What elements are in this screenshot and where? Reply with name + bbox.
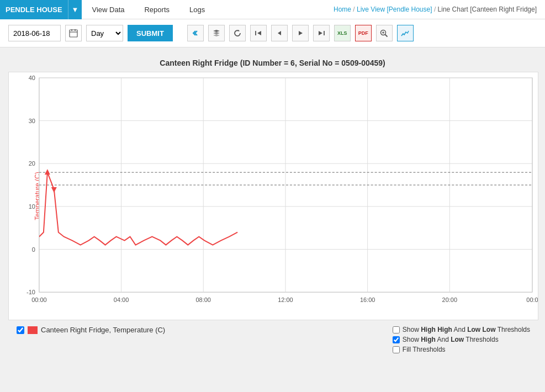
date-input[interactable] xyxy=(8,25,61,41)
last-button[interactable] xyxy=(313,25,330,41)
calendar-button[interactable] xyxy=(65,25,82,41)
play-button[interactable] xyxy=(292,25,309,41)
main-content: Canteen Right Fridge (ID Number = 6, Ser… xyxy=(0,47,545,362)
submit-button[interactable]: SUBMIT xyxy=(128,25,173,41)
high-high-label: Show High High And Low Low Thresholds xyxy=(403,326,530,333)
svg-text:0: 0 xyxy=(32,246,35,253)
svg-text:30: 30 xyxy=(29,118,35,124)
nav-logs[interactable]: Logs xyxy=(179,0,215,19)
svg-text:20:00: 20:00 xyxy=(442,296,457,303)
chart-svg: 40 30 20 10 0 -10 00:00 04:00 08:00 12:0… xyxy=(9,72,538,320)
period-select[interactable]: Day Hour Week Month Year xyxy=(86,25,123,41)
legend-color-indicator xyxy=(28,326,38,334)
chart-type-button[interactable] xyxy=(397,25,414,41)
svg-text:00:0: 00:0 xyxy=(526,296,538,303)
chart-type-icon xyxy=(401,30,409,37)
breadcrumb-live-view[interactable]: Live View [Pendle House] xyxy=(357,6,432,13)
site-dropdown-arrow[interactable]: ▼ xyxy=(68,0,82,19)
top-nav: PENDLE HOUSE ▼ View Data Reports Logs Ho… xyxy=(0,0,545,19)
fill-thresholds-label: Fill Thresholds xyxy=(403,346,446,353)
refresh-button[interactable] xyxy=(229,25,246,41)
back-arrow-button[interactable] xyxy=(187,25,204,41)
svg-text:40: 40 xyxy=(29,75,35,81)
fill-thresholds-checkbox[interactable] xyxy=(393,346,400,353)
high-low-checkbox[interactable] xyxy=(393,336,400,343)
legend-item-1: Show High High And Low Low Thresholds xyxy=(393,326,530,333)
legend-item-3: Fill Thresholds xyxy=(393,346,530,353)
svg-text:04:00: 04:00 xyxy=(114,296,129,303)
chart-container: Temperature (C) xyxy=(8,72,538,320)
back-arrow-icon xyxy=(192,29,199,37)
legend-right: Show High High And Low Low Thresholds Sh… xyxy=(393,326,530,353)
legend: Canteen Right Fridge, Temperature (C) Sh… xyxy=(8,320,538,356)
nav-view-data[interactable]: View Data xyxy=(82,0,134,19)
toolbar: Day Hour Week Month Year SUBMIT xyxy=(0,19,545,47)
breadcrumb-sep1: / xyxy=(353,6,357,13)
prev-button[interactable] xyxy=(271,25,288,41)
first-icon xyxy=(255,29,262,37)
svg-text:16:00: 16:00 xyxy=(360,296,375,303)
breadcrumb: Home / Live View [Pendle House] / Line C… xyxy=(334,6,545,13)
layers-icon xyxy=(212,29,221,37)
svg-text:-10: -10 xyxy=(27,289,35,295)
legend-item-2: Show High And Low Thresholds xyxy=(393,336,530,343)
svg-text:20: 20 xyxy=(29,160,35,167)
zoom-icon xyxy=(380,29,388,38)
chart-title: Canteen Right Fridge (ID Number = 6, Ser… xyxy=(8,59,537,67)
breadcrumb-home[interactable]: Home xyxy=(334,6,351,13)
refresh-icon xyxy=(234,29,241,37)
excel-button[interactable]: XLS xyxy=(334,25,351,41)
last-icon xyxy=(318,29,325,37)
svg-text:10: 10 xyxy=(29,203,35,210)
breadcrumb-chart: Line Chart [Canteen Right Fridge] xyxy=(438,6,537,13)
first-button[interactable] xyxy=(250,25,267,41)
svg-text:12:00: 12:00 xyxy=(278,296,293,303)
site-name-button[interactable]: PENDLE HOUSE xyxy=(0,0,68,19)
zoom-button[interactable] xyxy=(376,25,393,41)
calendar-icon xyxy=(69,29,78,38)
svg-line-7 xyxy=(385,34,388,36)
nav-reports[interactable]: Reports xyxy=(134,0,179,19)
prev-icon xyxy=(276,29,283,37)
series-label: Canteen Right Fridge, Temperature (C) xyxy=(41,326,165,334)
svg-text:08:00: 08:00 xyxy=(196,296,211,303)
legend-left: Canteen Right Fridge, Temperature (C) xyxy=(17,326,165,334)
breadcrumb-sep2: / xyxy=(434,6,438,13)
play-icon xyxy=(297,29,304,37)
svg-text:00:00: 00:00 xyxy=(31,296,46,303)
high-low-label: Show High And Low Thresholds xyxy=(403,336,499,343)
series-checkbox[interactable] xyxy=(17,326,24,334)
high-high-checkbox[interactable] xyxy=(393,326,400,333)
layers-button[interactable] xyxy=(208,25,225,41)
pdf-button[interactable]: PDF xyxy=(355,25,372,41)
svg-rect-0 xyxy=(70,30,77,37)
